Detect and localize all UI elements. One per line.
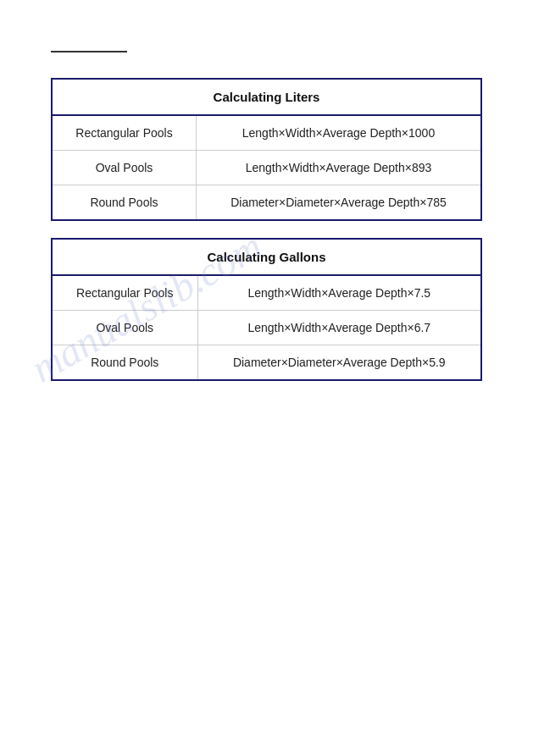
top-line <box>51 51 127 52</box>
gallons-table-row-0-formula: Length×Width×Average Depth×7.5 <box>197 275 481 311</box>
liters-table-row-0-formula: Length×Width×Average Depth×1000 <box>196 115 481 151</box>
table-row: Oval PoolsLength×Width×Average Depth×893 <box>52 151 481 185</box>
table-row: Round PoolsDiameter×Diameter×Average Dep… <box>52 345 481 381</box>
liters-table: Calculating LitersRectangular PoolsLengt… <box>51 78 482 221</box>
tables-container: Calculating LitersRectangular PoolsLengt… <box>51 78 482 381</box>
gallons-table-row-1-formula: Length×Width×Average Depth×6.7 <box>197 311 481 345</box>
liters-table-row-0-label: Rectangular Pools <box>52 115 196 151</box>
page-content: Calculating LitersRectangular PoolsLengt… <box>0 0 533 432</box>
gallons-table-row-2-formula: Diameter×Diameter×Average Depth×5.9 <box>197 345 481 381</box>
gallons-table-row-0-label: Rectangular Pools <box>52 275 197 311</box>
table-row: Rectangular PoolsLength×Width×Average De… <box>52 115 481 151</box>
liters-table-row-2-formula: Diameter×Diameter×Average Depth×785 <box>196 185 481 221</box>
liters-table-header: Calculating Liters <box>52 79 481 115</box>
table-row: Oval PoolsLength×Width×Average Depth×6.7 <box>52 311 481 345</box>
gallons-table-row-2-label: Round Pools <box>52 345 197 381</box>
liters-table-row-1-formula: Length×Width×Average Depth×893 <box>196 151 481 185</box>
gallons-table-row-1-label: Oval Pools <box>52 311 197 345</box>
table-row: Rectangular PoolsLength×Width×Average De… <box>52 275 481 311</box>
gallons-table-container: Calculating GallonsRectangular PoolsLeng… <box>51 238 482 381</box>
liters-table-container: Calculating LitersRectangular PoolsLengt… <box>51 78 482 221</box>
gallons-table-header: Calculating Gallons <box>52 239 481 275</box>
gallons-table: Calculating GallonsRectangular PoolsLeng… <box>51 238 482 381</box>
liters-table-row-2-label: Round Pools <box>52 185 196 221</box>
table-row: Round PoolsDiameter×Diameter×Average Dep… <box>52 185 481 221</box>
liters-table-row-1-label: Oval Pools <box>52 151 196 185</box>
